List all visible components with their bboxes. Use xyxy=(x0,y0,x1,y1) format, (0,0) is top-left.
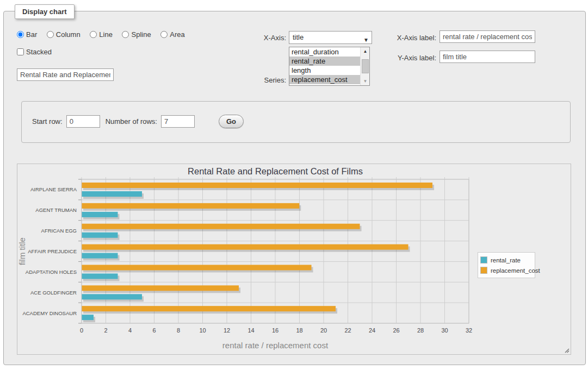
radio-area-label: Area xyxy=(170,30,184,39)
legend-label: replacement_cost xyxy=(491,267,540,274)
bar-rental_rate xyxy=(82,233,118,238)
radio-bar-label: Bar xyxy=(26,30,37,39)
bar-replacement_cost xyxy=(82,285,239,291)
series-option-length[interactable]: length xyxy=(289,66,360,75)
start-row-label: Start row: xyxy=(32,117,63,126)
svg-text:10: 10 xyxy=(199,327,206,334)
radio-column-input[interactable] xyxy=(47,31,54,38)
svg-text:22: 22 xyxy=(344,327,351,334)
svg-text:ACADEMY DINOSAUR: ACADEMY DINOSAUR xyxy=(22,310,77,316)
legend-swatch xyxy=(480,267,487,274)
svg-text:ACE GOLDFINGER: ACE GOLDFINGER xyxy=(30,290,77,296)
scroll-down-icon[interactable]: ▼ xyxy=(361,77,370,85)
bar-replacement_cost xyxy=(82,265,312,270)
radio-bar-input[interactable] xyxy=(17,31,24,38)
display-chart-fieldset: Display chart Bar Column Line Spline Are… xyxy=(3,11,586,365)
bar-rental_rate xyxy=(82,294,142,299)
legend-label: rental_rate xyxy=(491,257,521,264)
bar-rental_rate xyxy=(82,315,94,320)
series-option-replacement-cost[interactable]: replacement_cost xyxy=(289,75,360,84)
svg-text:12: 12 xyxy=(224,327,230,334)
svg-text:32: 32 xyxy=(466,327,472,334)
stacked-checkbox-row[interactable]: Stacked xyxy=(17,48,52,56)
series-option-rental-duration[interactable]: rental_duration xyxy=(289,47,360,57)
bar-rental_rate xyxy=(82,253,118,259)
scrollbar-thumb[interactable] xyxy=(362,59,369,73)
go-button[interactable]: Go xyxy=(219,115,244,128)
x-axis-label-text: X-Axis: xyxy=(246,34,286,42)
radio-line-label: Line xyxy=(99,30,113,39)
svg-text:2: 2 xyxy=(104,327,107,334)
svg-text:ADAPTATION HOLES: ADAPTATION HOLES xyxy=(26,269,77,275)
num-rows-input[interactable] xyxy=(161,115,195,128)
svg-text:AIRPLANE SIERRA: AIRPLANE SIERRA xyxy=(30,186,77,192)
stacked-checkbox[interactable] xyxy=(17,48,24,55)
bar-rental_rate xyxy=(82,273,118,279)
x-axis-selected-value: title xyxy=(293,33,304,41)
x-axis-label-input[interactable] xyxy=(440,30,535,43)
chart-title-input[interactable] xyxy=(17,68,114,81)
bar-replacement_cost xyxy=(82,183,432,188)
bar-replacement_cost xyxy=(82,224,360,229)
radio-spline-label: Spline xyxy=(131,30,151,39)
legend-swatch xyxy=(480,256,487,264)
num-rows-label: Number of rows: xyxy=(106,117,157,126)
rows-panel: Start row: Number of rows: Go xyxy=(21,101,571,143)
series-listbox[interactable]: rental_duration rental_rate length repla… xyxy=(289,47,370,86)
radio-column[interactable]: Column xyxy=(47,30,81,39)
series-label-text: Series: xyxy=(246,76,286,84)
svg-text:AFRICAN EGG: AFRICAN EGG xyxy=(41,228,77,234)
radio-column-label: Column xyxy=(56,30,81,39)
y-axis-label-caption: Y-Axis label: xyxy=(379,54,436,62)
legend-item-rental_rate: rental_rate xyxy=(480,255,531,265)
scroll-up-icon[interactable]: ▲ xyxy=(361,47,370,55)
svg-text:20: 20 xyxy=(320,327,327,334)
svg-text:Rental Rate and Replacement Co: Rental Rate and Replacement Cost of Film… xyxy=(188,166,363,176)
bar-replacement_cost xyxy=(82,306,336,311)
svg-text:8: 8 xyxy=(177,327,180,334)
svg-text:0: 0 xyxy=(80,327,83,334)
svg-text:30: 30 xyxy=(441,327,448,334)
fieldset-legend: Display chart xyxy=(15,4,75,19)
legend-item-replacement_cost: replacement_cost xyxy=(480,265,531,275)
radio-line-input[interactable] xyxy=(90,31,97,38)
svg-text:AGENT TRUMAN: AGENT TRUMAN xyxy=(35,207,77,213)
svg-text:14: 14 xyxy=(247,327,254,334)
x-axis-label-caption: X-Axis label: xyxy=(379,34,436,42)
radio-area[interactable]: Area xyxy=(160,30,184,39)
y-axis-label-input[interactable] xyxy=(440,51,535,63)
radio-spline[interactable]: Spline xyxy=(122,30,151,39)
chart-container: Rental Rate and Replacement Cost of Film… xyxy=(17,164,571,355)
chart-type-radios: Bar Column Line Spline Area xyxy=(17,30,193,39)
svg-text:AFFAIR PREJUDICE: AFFAIR PREJUDICE xyxy=(28,248,77,254)
bar-replacement_cost xyxy=(82,203,299,209)
bar-rental_rate xyxy=(82,191,142,197)
bar-rental_rate xyxy=(82,212,118,217)
svg-text:rental rate / replacement cost: rental rate / replacement cost xyxy=(222,341,329,350)
resize-handle-icon[interactable] xyxy=(563,347,570,353)
radio-spline-input[interactable] xyxy=(122,31,129,38)
stacked-label: Stacked xyxy=(26,48,52,56)
svg-text:28: 28 xyxy=(417,327,424,334)
chart-legend: rental_ratereplacement_cost xyxy=(478,252,535,278)
svg-text:18: 18 xyxy=(296,327,302,334)
radio-line[interactable]: Line xyxy=(90,30,113,39)
svg-text:film title: film title xyxy=(17,237,27,265)
svg-text:4: 4 xyxy=(128,327,132,334)
radio-area-input[interactable] xyxy=(160,31,168,38)
series-options: rental_duration rental_rate length repla… xyxy=(289,47,360,85)
svg-text:24: 24 xyxy=(369,327,375,334)
chevron-down-icon: ▼ xyxy=(363,34,369,46)
radio-bar[interactable]: Bar xyxy=(17,30,37,39)
bar-replacement_cost xyxy=(82,244,408,250)
series-option-rental-rate[interactable]: rental_rate xyxy=(289,57,360,66)
svg-text:6: 6 xyxy=(152,327,156,334)
start-row-input[interactable] xyxy=(66,115,100,128)
x-axis-select[interactable]: title ▼ xyxy=(289,31,372,44)
svg-text:16: 16 xyxy=(272,327,278,334)
listbox-scrollbar[interactable]: ▲ ▼ xyxy=(360,47,369,85)
svg-text:26: 26 xyxy=(393,327,399,334)
